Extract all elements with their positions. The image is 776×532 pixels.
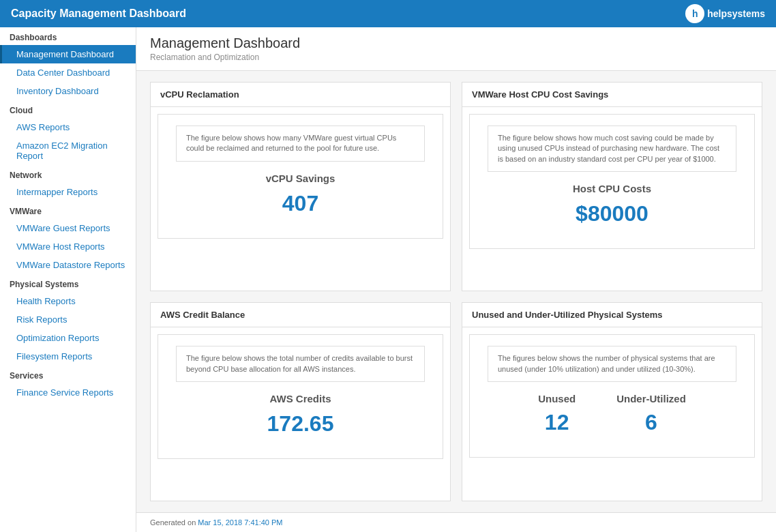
page-title: Management Dashboard <box>150 35 762 51</box>
sidebar-item-finance-service-reports[interactable]: Finance Service Reports <box>0 383 136 402</box>
logo-icon: h <box>685 4 704 23</box>
sidebar-section-cloud: Cloud <box>0 100 136 118</box>
card-title-aws-credit-balance: AWS Credit Balance <box>151 303 450 327</box>
sidebar-item-vmware-datastore-reports[interactable]: VMWare Datastore Reports <box>0 256 136 274</box>
card-title-vcpu-reclamation: vCPU Reclamation <box>151 83 450 107</box>
page-subtitle: Reclamation and Optimization <box>150 53 762 62</box>
app-header: Capacity Management Dashboard h helpsyst… <box>0 0 776 27</box>
page-footer: Generated on Mar 15, 2018 7:41:40 PM <box>136 512 776 532</box>
logo: h helpsystems <box>685 4 765 23</box>
card-inner-vmware-host-cpu: The figure below shows how much cost sav… <box>469 114 755 249</box>
metric-sub-label: Under-Utilized <box>616 393 686 404</box>
sidebar-item-data-center-dashboard[interactable]: Data Center Dashboard <box>0 63 136 82</box>
page-header: Management Dashboard Reclamation and Opt… <box>136 27 776 71</box>
metric-group-under-utilized: Under-Utilized6 <box>616 393 686 435</box>
sidebar-item-amazon-ec2-migration[interactable]: Amazon EC2 Migration Report <box>0 136 136 165</box>
card-description-vmware-host-cpu: The figure below shows how much cost sav… <box>488 125 736 172</box>
metric-label-vmware-host-cpu: Host CPU Costs <box>573 183 651 194</box>
metric-value-aws-credit-balance: 172.65 <box>267 411 334 437</box>
metric-sub-value: 6 <box>645 410 657 435</box>
card-inner-unused-physical-systems: The figures below shows the number of ph… <box>469 334 755 458</box>
card-vmware-host-cpu: VMWare Host CPU Cost SavingsThe figure b… <box>462 82 762 291</box>
sidebar-section-dashboards: Dashboards <box>0 27 136 45</box>
sidebar-section-vmware: VMWare <box>0 201 136 219</box>
app-title: Capacity Management Dashboard <box>11 8 186 20</box>
metric-sub-value: 12 <box>545 410 569 435</box>
card-metrics-aws-credit-balance: AWS Credits172.65 <box>256 382 345 447</box>
metric-group-unused: Unused12 <box>538 393 576 435</box>
sidebar-item-optimization-reports[interactable]: Optimization Reports <box>0 329 136 347</box>
metric-label-aws-credit-balance: AWS Credits <box>269 393 331 404</box>
metric-label-vcpu-reclamation: vCPU Savings <box>266 173 335 184</box>
sidebar-item-inventory-dashboard[interactable]: Inventory Dashboard <box>0 82 136 100</box>
sidebar-item-filesystem-reports[interactable]: Filesystem Reports <box>0 347 136 366</box>
sidebar-item-health-reports[interactable]: Health Reports <box>0 292 136 310</box>
sidebar-item-management-dashboard[interactable]: Management Dashboard <box>0 45 136 63</box>
sidebar-item-vmware-guest-reports[interactable]: VMWare Guest Reports <box>0 219 136 237</box>
sidebar-item-aws-reports[interactable]: AWS Reports <box>0 118 136 136</box>
card-unused-physical-systems: Unused and Under-Utilized Physical Syste… <box>462 302 762 501</box>
card-metrics-vcpu-reclamation: vCPU Savings407 <box>255 162 346 227</box>
card-inner-aws-credit-balance: The figure below shows the total number … <box>158 334 443 459</box>
card-description-unused-physical-systems: The figures below shows the number of ph… <box>488 346 736 382</box>
metric-value-vcpu-reclamation: 407 <box>282 191 318 216</box>
sidebar-section-services: Services <box>0 366 136 383</box>
card-title-vmware-host-cpu: VMWare Host CPU Cost Savings <box>462 83 762 107</box>
card-metrics-vmware-host-cpu: Host CPU Costs$80000 <box>562 172 662 237</box>
sidebar-item-intermapper-reports[interactable]: Intermapper Reports <box>0 183 136 201</box>
sidebar-item-vmware-host-reports[interactable]: VMWare Host Reports <box>0 237 136 256</box>
dashboard-content: vCPU ReclamationThe figure below shows h… <box>136 71 776 512</box>
card-description-aws-credit-balance: The figure below shows the total number … <box>176 346 425 382</box>
sidebar: DashboardsManagement DashboardData Cente… <box>0 27 136 532</box>
card-inner-vcpu-reclamation: The figure below shows how many VMWare g… <box>158 114 443 239</box>
sidebar-item-risk-reports[interactable]: Risk Reports <box>0 310 136 329</box>
card-aws-credit-balance: AWS Credit BalanceThe figure below shows… <box>150 302 451 501</box>
footer-date[interactable]: Mar 15, 2018 7:41:40 PM <box>198 518 282 527</box>
card-title-unused-physical-systems: Unused and Under-Utilized Physical Syste… <box>462 303 762 327</box>
layout: DashboardsManagement DashboardData Cente… <box>0 27 776 532</box>
card-vcpu-reclamation: vCPU ReclamationThe figure below shows h… <box>150 82 451 291</box>
main-content: Management Dashboard Reclamation and Opt… <box>136 27 776 532</box>
metric-value-vmware-host-cpu: $80000 <box>576 201 648 226</box>
sidebar-section-physical-systems: Physical Systems <box>0 274 136 292</box>
sidebar-section-network: Network <box>0 165 136 183</box>
logo-text: helpsystems <box>707 8 765 19</box>
dual-metric-unused-physical-systems: Unused12Under-Utilized6 <box>538 393 686 435</box>
footer-prefix: Generated on <box>150 518 198 527</box>
card-description-vcpu-reclamation: The figure below shows how many VMWare g… <box>176 125 425 162</box>
metric-sub-label: Unused <box>538 393 576 404</box>
card-metrics-unused-physical-systems: Unused12Under-Utilized6 <box>527 382 697 446</box>
